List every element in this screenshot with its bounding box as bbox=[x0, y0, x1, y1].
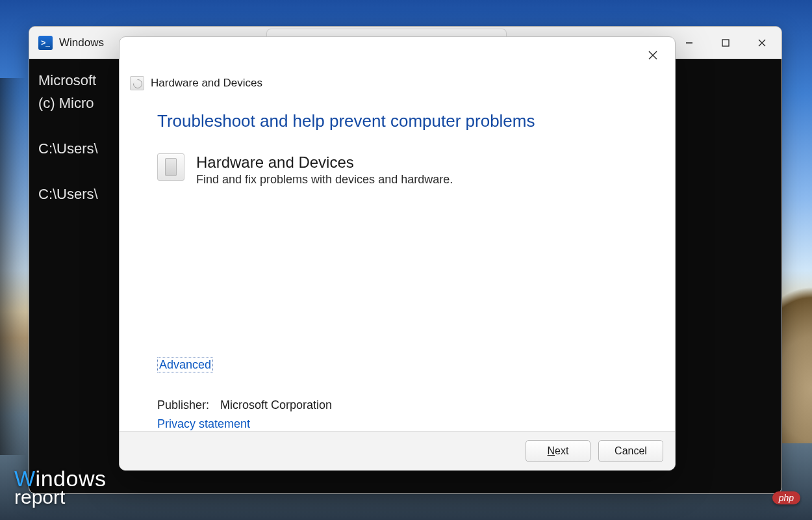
minimize-button[interactable] bbox=[671, 27, 707, 59]
dialog-close-button[interactable] bbox=[641, 45, 665, 66]
next-button[interactable]: Next bbox=[526, 440, 590, 462]
hardware-icon bbox=[157, 153, 184, 181]
powershell-title: Windows bbox=[59, 36, 104, 49]
console-line: C:\Users\ bbox=[38, 140, 98, 157]
window-controls bbox=[671, 27, 780, 59]
svg-rect-0 bbox=[722, 40, 729, 46]
desktop-wallpaper: >_ Windows Microsoft (c) Micro C:\Users\… bbox=[0, 0, 812, 520]
dialog-header-title: Hardware and Devices bbox=[151, 77, 262, 90]
dialog-heading: Troubleshoot and help prevent computer p… bbox=[157, 111, 637, 131]
troubleshooter-item-title: Hardware and Devices bbox=[196, 153, 453, 172]
advanced-link[interactable]: Advanced bbox=[157, 358, 213, 372]
console-line: C:\Users\ bbox=[38, 186, 98, 202]
next-rest: ext bbox=[555, 445, 568, 457]
powershell-icon: >_ bbox=[38, 36, 53, 50]
dialog-header: Hardware and Devices bbox=[120, 37, 675, 94]
dialog-lower: Advanced Publisher: Microsoft Corporatio… bbox=[120, 224, 675, 431]
console-line: (c) Micro bbox=[38, 95, 94, 111]
php-badge: php bbox=[772, 491, 800, 504]
console-line: Microsoft bbox=[38, 72, 96, 88]
troubleshooter-dialog: Hardware and Devices Troubleshoot and he… bbox=[119, 36, 676, 471]
next-accel: N bbox=[548, 445, 555, 457]
privacy-link[interactable]: Privacy statement bbox=[157, 417, 250, 430]
publisher-line: Publisher: Microsoft Corporation bbox=[157, 398, 637, 412]
troubleshooter-icon bbox=[130, 76, 144, 90]
publisher-value: Microsoft Corporation bbox=[220, 398, 332, 411]
watermark: Windows report bbox=[14, 466, 106, 508]
troubleshooter-item: Hardware and Devices Find and fix proble… bbox=[157, 153, 637, 187]
dialog-footer: Next Cancel bbox=[120, 431, 675, 470]
close-button[interactable] bbox=[744, 27, 780, 59]
dialog-content: Troubleshoot and help prevent computer p… bbox=[120, 94, 675, 224]
publisher-label: Publisher: bbox=[157, 398, 209, 411]
cancel-button[interactable]: Cancel bbox=[598, 440, 663, 462]
maximize-button[interactable] bbox=[707, 27, 744, 59]
troubleshooter-item-desc: Find and fix problems with devices and h… bbox=[196, 173, 453, 187]
